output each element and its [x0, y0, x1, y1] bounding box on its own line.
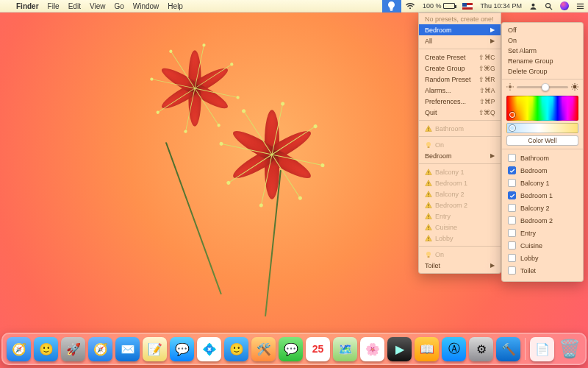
menu-separator — [419, 163, 501, 164]
dock-launchpad-icon[interactable]: 🚀 — [61, 337, 85, 361]
room-checkbox-row[interactable]: Lobby — [502, 252, 583, 264]
checkbox[interactable] — [508, 179, 516, 187]
picker-cursor-icon — [509, 112, 515, 118]
submenu-item-delete-group[interactable]: Delete Group — [502, 66, 583, 77]
dock-maps-icon[interactable]: 🗺️ — [333, 337, 357, 361]
dock-appstore-icon[interactable]: Ⓐ — [442, 337, 466, 361]
menu-item-create-group[interactable]: Create Group⇧⌘G — [419, 63, 501, 74]
battery-icon — [443, 3, 455, 9]
dock-messages-blue-icon[interactable]: 💬 — [170, 337, 194, 361]
menu-item-room[interactable]: Bedroom 1 — [419, 177, 501, 188]
wifi-icon[interactable] — [401, 2, 419, 10]
submenu-arrow-icon: ▶ — [490, 26, 495, 33]
dock-safari-icon[interactable]: 🧭 — [7, 337, 31, 361]
menu-edit[interactable]: Edit — [64, 2, 85, 10]
dock-slack-icon[interactable]: 💠 — [197, 337, 221, 361]
svg-line-40 — [577, 85, 578, 85]
dock-books-icon[interactable]: 📖 — [415, 337, 439, 361]
menu-item-random-preset[interactable]: Random Preset⇧⌘R — [419, 74, 501, 85]
input-source-icon[interactable] — [459, 3, 476, 10]
menubar-lamp-icon[interactable] — [382, 0, 401, 13]
dock-finder-icon[interactable]: 🙂 — [34, 337, 58, 361]
app-menu[interactable]: Finder — [12, 2, 43, 10]
menu-item-create-preset[interactable]: Create Preset⇧⌘C — [419, 52, 501, 63]
checkbox[interactable] — [508, 241, 516, 250]
menubar-clock[interactable]: Thu 10:34 PM — [476, 2, 526, 10]
dock-safari-2-icon[interactable]: 🧭 — [88, 337, 112, 361]
dock-settings-icon[interactable]: ⚙︎ — [469, 337, 493, 361]
menu-file[interactable]: File — [43, 2, 64, 10]
submenu-item-set-alarm[interactable]: Set Alarm — [502, 46, 583, 56]
menu-item-preferences[interactable]: Preferences...⇧⌘P — [419, 96, 501, 107]
menu-item-bedroom[interactable]: Bedroom ▶ — [419, 24, 501, 35]
menu-item-room[interactable]: Balcony 2 — [419, 188, 501, 199]
room-checkbox-row[interactable]: Bedroom 1 — [502, 189, 583, 202]
menu-separator — [502, 149, 583, 149]
menu-item-room[interactable]: Cuisine — [419, 222, 501, 233]
desktop: Finder FileEditViewGoWindowHelp 100 % Th… — [0, 0, 588, 368]
checkbox[interactable] — [508, 191, 516, 199]
spotlight-icon[interactable] — [541, 2, 556, 10]
menu-item-room[interactable]: Bedroom 2 — [419, 199, 501, 210]
submenu-item-on[interactable]: On — [502, 35, 583, 46]
dock-calendar-icon[interactable]: 25 — [306, 337, 330, 361]
dock-photos-icon[interactable]: 🌸 — [360, 337, 384, 361]
dock-document-icon[interactable]: 📄 — [530, 337, 554, 361]
menu-view[interactable]: View — [85, 2, 110, 10]
checkbox[interactable] — [508, 204, 516, 212]
room-checkbox-row[interactable]: Cuisine — [502, 239, 583, 252]
svg-rect-11 — [429, 171, 429, 173]
menu-item-label: On — [508, 37, 517, 44]
menu-item-label: Toilet — [425, 262, 490, 269]
color-hue-picker[interactable] — [506, 96, 578, 121]
dock-quicktime-icon[interactable]: ▶︎ — [387, 337, 412, 361]
menu-help[interactable]: Help — [163, 2, 187, 10]
dock-trash-icon[interactable]: 🗑️ — [557, 337, 581, 361]
checkbox[interactable] — [508, 254, 516, 262]
notification-center-icon[interactable] — [573, 2, 588, 10]
checkbox[interactable] — [508, 229, 516, 237]
room-checkbox-row[interactable]: Balcony 2 — [502, 202, 583, 214]
submenu-item-off[interactable]: Off — [502, 25, 583, 35]
dock-xcode-icon[interactable]: 🔨 — [496, 337, 520, 361]
dock-notes-icon[interactable]: 📝 — [143, 337, 167, 361]
menu-item-room[interactable]: Lobby — [419, 233, 501, 244]
menu-item-toilet-sub[interactable]: Toilet ▶ — [419, 260, 501, 271]
user-icon[interactable] — [526, 2, 541, 10]
brightness-control — [502, 82, 583, 93]
menu-item-label: Bedroom 1 — [435, 180, 495, 187]
checkbox[interactable] — [508, 216, 516, 224]
submenu-item-rename-group[interactable]: Rename Group — [502, 56, 583, 66]
room-checkbox-row[interactable]: Balcony 1 — [502, 177, 583, 189]
menu-item-room[interactable]: Balcony 1 — [419, 166, 501, 177]
menu-item-bedroom-sub[interactable]: Bedroom ▶ — [419, 150, 501, 161]
menu-item-all[interactable]: All ▶ — [419, 35, 501, 46]
checkbox[interactable] — [508, 154, 516, 162]
menu-item-alarms[interactable]: Alarms...⇧⌘A — [419, 85, 501, 96]
brightness-slider[interactable] — [517, 86, 568, 88]
room-checkbox-row[interactable]: Bedroom — [502, 164, 583, 177]
menu-item-quit[interactable]: Quit⇧⌘Q — [419, 107, 501, 118]
room-checkbox-row[interactable]: Bathroom — [502, 152, 583, 164]
svg-point-32 — [573, 85, 577, 89]
dock-mail-icon[interactable]: ✉️ — [115, 337, 140, 361]
battery-status[interactable]: 100 % — [419, 2, 459, 10]
checkbox[interactable] — [508, 266, 516, 275]
dock-calendar-tool-icon[interactable]: 🛠️ — [251, 337, 276, 361]
slider-thumb[interactable] — [541, 83, 549, 91]
dock-finder-2-icon[interactable]: 🙂 — [224, 337, 248, 361]
menu-go[interactable]: Go — [110, 2, 128, 10]
color-temperature-picker[interactable] — [506, 123, 578, 133]
room-checkbox-row[interactable]: Bedroom 2 — [502, 214, 583, 227]
menu-item-room[interactable]: Entry — [419, 210, 501, 222]
room-checkbox-row[interactable]: Toilet — [502, 264, 583, 277]
menu-item-room[interactable]: Bathroom — [419, 123, 501, 134]
svg-line-3 — [550, 7, 552, 9]
room-checkbox-row[interactable]: Entry — [502, 227, 583, 239]
menu-item-label: On — [435, 141, 495, 149]
checkbox[interactable] — [508, 166, 516, 174]
siri-icon[interactable] — [556, 1, 573, 10]
color-well-button[interactable]: Color Well — [506, 135, 578, 146]
menu-window[interactable]: Window — [129, 2, 164, 10]
dock-messages-icon[interactable]: 💬 — [279, 337, 303, 361]
